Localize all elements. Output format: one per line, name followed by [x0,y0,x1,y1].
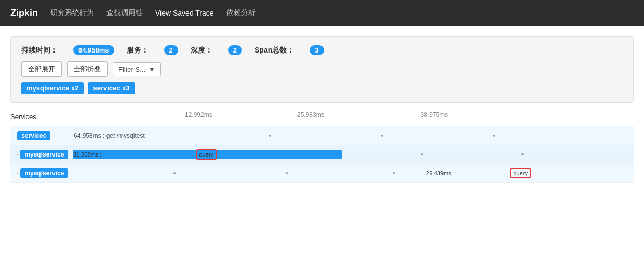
span-label: Span总数： [254,46,294,55]
collapse-all-button[interactable]: 全部折叠 [67,61,108,77]
expand-all-button[interactable]: 全部展开 [21,61,62,77]
stats-row: 持续时间： 64.958ms 服务： 2 深度： 2 Span总数： 3 [21,45,623,55]
navbar: Zipkin 研究系统行为 查找调用链 View Saved Trace 依赖分… [0,0,644,26]
dot [393,172,395,174]
timeline-col-3: 29.439ms query [73,164,634,183]
filter-label: Filter S... [118,66,145,73]
nav-item-study[interactable]: 研究系统行为 [50,6,94,20]
nav-item-saved-trace[interactable]: View Saved Trace [155,7,214,19]
collapse-icon[interactable]: – [11,132,15,139]
service-badge-servicec[interactable]: servicec [17,131,50,140]
table-row: · mysqlservice 29.439ms query [10,164,634,183]
nav-item-find[interactable]: 查找调用链 [106,6,143,20]
timeline-col-2: 31.808ms : query [73,145,634,164]
trace-section: Services 12.992ms 25.983ms 38.975ms – se… [10,111,634,183]
table-row: – servicec 64.958ms : get /mysqltest [10,126,634,145]
dot [269,135,271,137]
time-marker-2: 25.983ms [297,111,325,119]
indent-dot-2: · [11,170,18,177]
timeline-area-header: 12.992ms 25.983ms 38.975ms [73,111,634,122]
dot [493,135,495,137]
span-duration-label-1: 64.958ms : get /mysqltest [74,132,145,139]
dot [521,153,524,155]
stats-panel: 持续时间： 64.958ms 服务： 2 深度： 2 Span总数： 3 全部展… [10,36,634,103]
timeline-col-1: 64.958ms : get /mysqltest [73,126,634,145]
depth-value: 2 [228,45,242,55]
service-col-3: · mysqlservice [10,168,73,178]
time-marker-1: 12.992ms [185,111,212,119]
service-col-2: · mysqlservice [10,150,73,159]
depth-label: 深度： [191,46,212,55]
filter-select[interactable]: Filter S... ▼ [113,62,161,76]
dot [173,172,176,174]
dot [421,153,423,155]
service-tag-servicec[interactable]: servicec x3 [88,82,135,94]
chevron-down-icon: ▼ [149,66,155,73]
dot [381,135,383,137]
services-column-header: Services [10,113,73,121]
services-value: 2 [164,45,178,55]
trace-header: Services 12.992ms 25.983ms 38.975ms [10,111,634,124]
services-label: 服务： [127,46,149,55]
table-row: · mysqlservice 31.808ms : query [10,145,634,164]
brand-logo: Zipkin [10,8,38,19]
service-tags-row: mysqlservice x2 servicec x3 [21,82,623,94]
service-col-1: – servicec [10,131,73,140]
span-query-tag-1[interactable]: query [196,149,217,160]
dot [286,172,288,174]
time-marker-3: 38.975ms [421,111,448,119]
duration-label: 持续时间： [21,46,58,55]
service-tag-mysql[interactable]: mysqlservice x2 [21,82,84,94]
duration-value: 64.958ms [73,45,114,55]
service-badge-mysqlservice-1[interactable]: mysqlservice [20,150,68,159]
indent-dot-1: · [11,151,18,158]
span-value: 3 [310,45,324,55]
span-query-tag-2[interactable]: query [510,168,531,178]
span-duration-label-3: 29.439ms [426,170,451,176]
nav-item-dependency[interactable]: 依赖分析 [226,6,256,20]
span-duration-label-2: 31.808ms : [73,151,101,158]
controls-row: 全部展开 全部折叠 Filter S... ▼ [21,61,623,77]
service-badge-mysqlservice-2[interactable]: mysqlservice [20,168,68,178]
